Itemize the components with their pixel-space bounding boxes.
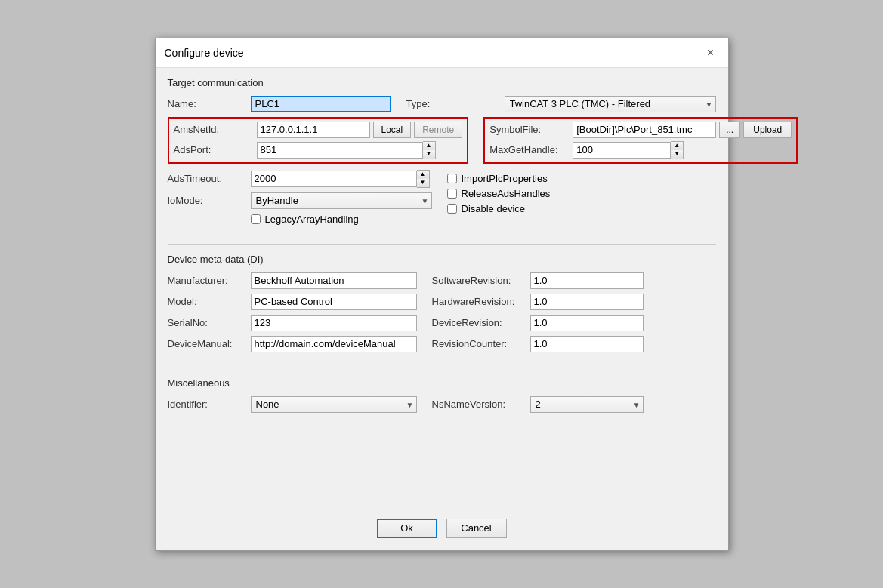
adstimeout-up-btn[interactable]: ▲ — [417, 171, 429, 179]
type-select-wrap: TwinCAT 3 PLC (TMC) - Filtered ▼ — [505, 96, 716, 112]
dots-button[interactable]: ... — [719, 122, 740, 138]
maxgethandle-label: MaxGetHandle: — [489, 144, 573, 155]
iomode-label: IoMode: — [168, 195, 251, 206]
identifier-label: Identifier: — [168, 399, 251, 410]
local-button[interactable]: Local — [373, 122, 412, 138]
model-label: Model: — [168, 296, 251, 307]
revisioncounter-row: RevisionCounter: — [432, 336, 644, 352]
right-col: SymbolFile: ... Upload MaxGetHandle: — [468, 117, 798, 167]
misc-cols: Identifier: None Custom ▼ NsNameVersion: — [168, 396, 716, 417]
model-input[interactable] — [251, 294, 417, 310]
maxgethandle-up-btn[interactable]: ▲ — [671, 142, 683, 150]
legacy-checkbox[interactable] — [251, 214, 261, 224]
disable-device-checkbox[interactable] — [447, 204, 457, 214]
identifier-select-wrap: None Custom ▼ — [251, 396, 417, 413]
hardwarerevision-label: HardwareRevision: — [432, 296, 530, 307]
identifier-row: Identifier: None Custom ▼ — [168, 396, 417, 413]
devicemanual-input[interactable] — [251, 336, 417, 352]
upload-button[interactable]: Upload — [743, 122, 792, 138]
adstimeout-input[interactable] — [251, 171, 417, 187]
adsport-up-btn[interactable]: ▲ — [423, 142, 435, 150]
import-plc-checkbox[interactable] — [447, 174, 457, 183]
symbolfile-label: SymbolFile: — [489, 124, 573, 135]
devicerevision-label: DeviceRevision: — [432, 317, 530, 328]
legacy-checkbox-row: LegacyArrayHandling — [251, 214, 359, 225]
checkboxes-col: ImportPlcProperties ReleaseAdsHandles Di… — [432, 170, 551, 233]
symbolfile-input[interactable] — [573, 122, 716, 138]
type-label: Type: — [406, 98, 505, 109]
manufacturer-row: Manufacturer: — [168, 272, 417, 289]
adstimeout-row: AdsTimeout: ▲ ▼ — [168, 170, 432, 188]
amsnet-label: AmsNetId: — [174, 124, 257, 135]
iomode-select-wrap: ByHandle ▼ — [251, 192, 432, 209]
revisioncounter-label: RevisionCounter: — [432, 338, 530, 349]
iomode-select[interactable]: ByHandle — [251, 192, 432, 209]
revisioncounter-input[interactable] — [530, 336, 644, 352]
manufacturer-input[interactable] — [251, 272, 417, 289]
serialno-input[interactable] — [251, 315, 417, 331]
cancel-button[interactable]: Cancel — [446, 519, 507, 538]
disable-device-row: Disable device — [447, 203, 551, 214]
nsname-row: NsNameVersion: 2 1 ▼ — [432, 396, 644, 413]
misc-right: NsNameVersion: 2 1 ▼ — [417, 396, 644, 417]
devicemanual-row: DeviceManual: — [168, 336, 417, 352]
release-ads-label: ReleaseAdsHandles — [462, 188, 551, 199]
type-select[interactable]: TwinCAT 3 PLC (TMC) - Filtered — [505, 96, 716, 112]
nsname-select[interactable]: 2 1 — [530, 396, 644, 413]
release-ads-checkbox[interactable] — [447, 189, 457, 199]
devicerevision-row: DeviceRevision: — [432, 315, 644, 331]
maxgethandle-spinner-btns: ▲ ▼ — [671, 141, 684, 159]
adstimeout-checkboxes-container: AdsTimeout: ▲ ▼ IoMode: — [168, 170, 716, 233]
adstimeout-spinner: ▲ ▼ — [251, 170, 430, 188]
maxgethandle-input[interactable] — [573, 142, 671, 159]
adsport-label: AdsPort: — [174, 144, 257, 155]
name-row: Name: Type: TwinCAT 3 PLC (TMC) - Filter… — [168, 96, 716, 112]
name-label: Name: — [168, 98, 251, 109]
maxgethandle-spinner: ▲ ▼ — [573, 141, 684, 159]
ok-button[interactable]: Ok — [377, 519, 437, 538]
misc-left: Identifier: None Custom ▼ — [168, 396, 417, 417]
device-meta-left: Manufacturer: Model: SerialNo: DeviceMan… — [168, 272, 417, 357]
amsnet-symbolfile-container: AmsNetId: Local Remote AdsPort: ▲ — [168, 117, 716, 167]
miscellaneous-section: Miscellaneous Identifier: None Custom ▼ — [168, 377, 716, 417]
device-metadata-section: Device meta-data (DI) Manufacturer: Mode… — [168, 254, 716, 357]
nsname-label: NsNameVersion: — [432, 399, 530, 410]
adsport-down-btn[interactable]: ▼ — [423, 150, 435, 159]
adstimeout-col: AdsTimeout: ▲ ▼ IoMode: — [168, 170, 432, 233]
adstimeout-down-btn[interactable]: ▼ — [417, 179, 429, 187]
devicerevision-input[interactable] — [530, 315, 644, 331]
legacy-label: LegacyArrayHandling — [265, 214, 359, 225]
amsnet-red-box-container: AmsNetId: Local Remote AdsPort: ▲ — [168, 117, 469, 167]
hardwarerevision-input[interactable] — [530, 294, 644, 310]
import-plc-label: ImportPlcProperties — [462, 173, 548, 184]
dialog-title: Configure device — [165, 47, 244, 59]
devicemanual-label: DeviceManual: — [168, 338, 251, 349]
import-plc-row: ImportPlcProperties — [447, 173, 551, 184]
adsport-input[interactable] — [257, 142, 423, 159]
maxgethandle-down-btn[interactable]: ▼ — [671, 150, 683, 159]
name-input[interactable] — [251, 96, 391, 112]
identifier-select[interactable]: None Custom — [251, 396, 417, 413]
remote-button[interactable]: Remote — [414, 122, 462, 138]
configure-device-dialog: Configure device × Target communication … — [155, 38, 729, 551]
disable-device-label: Disable device — [462, 203, 526, 214]
softwarerevision-input[interactable] — [530, 272, 644, 289]
symbolfile-row: SymbolFile: ... Upload — [489, 122, 792, 138]
softwarerevision-row: SoftwareRevision: — [432, 272, 644, 289]
hardwarerevision-row: HardwareRevision: — [432, 294, 644, 310]
amsnet-input[interactable] — [257, 122, 370, 138]
softwarerevision-label: SoftwareRevision: — [432, 275, 530, 286]
target-communication-section: Target communication Name: Type: TwinCAT… — [168, 77, 716, 233]
dialog-footer: Ok Cancel — [156, 506, 728, 550]
device-meta-right: SoftwareRevision: HardwareRevision: Devi… — [417, 272, 644, 357]
legacy-row: LegacyArrayHandling — [168, 214, 432, 229]
adstimeout-spinner-btns: ▲ ▼ — [417, 170, 430, 188]
model-row: Model: — [168, 294, 417, 310]
close-button[interactable]: × — [702, 45, 719, 61]
dialog-body: Target communication Name: Type: TwinCAT… — [156, 68, 728, 506]
adsport-spinner: ▲ ▼ — [257, 141, 436, 159]
serialno-row: SerialNo: — [168, 315, 417, 331]
target-communication-label: Target communication — [168, 77, 716, 88]
nsname-select-wrap: 2 1 ▼ — [530, 396, 644, 413]
maxgethandle-row: MaxGetHandle: ▲ ▼ — [489, 141, 792, 159]
